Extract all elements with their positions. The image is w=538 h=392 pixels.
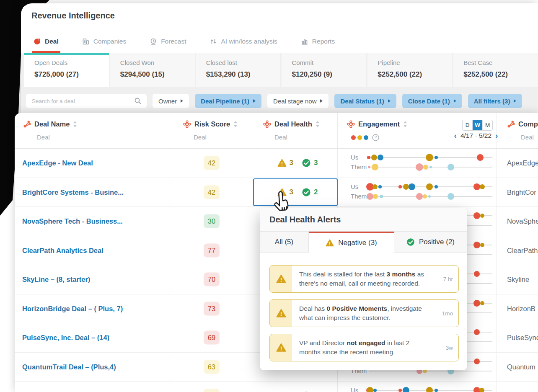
health-negative-group: 3 <box>277 158 293 168</box>
engagement-dot <box>473 242 480 248</box>
sort-icon[interactable] <box>316 121 320 128</box>
period-option-m[interactable]: M <box>482 120 492 130</box>
nav-tab-companies[interactable]: Companies <box>80 32 128 53</box>
sort-icon[interactable] <box>403 121 407 128</box>
filter-chip-deal-pipeline-1-[interactable]: Deal Pipeline (1) <box>195 94 261 108</box>
column-header-deal-name[interactable]: Deal Name <box>23 120 77 128</box>
risk-score-badge[interactable] <box>204 389 220 392</box>
column-header-deal-health[interactable]: Deal Health <box>263 120 320 128</box>
engagement-label-them: Them <box>351 193 367 200</box>
column-title: Risk Score <box>194 120 230 128</box>
popup-tab-all-5-[interactable]: All (5) <box>260 232 309 253</box>
summary-card-closed-lost[interactable]: Closed lost$153,290 (13) <box>196 53 281 87</box>
company-name: HorizonB <box>507 304 535 312</box>
engagement-dot <box>477 154 484 161</box>
deal-name-link[interactable]: PulseSync, Inc. Deal – (14) <box>22 334 109 342</box>
deal-name-link[interactable]: BrightCore Systems - Busine... <box>22 188 124 196</box>
nav-tab-deal[interactable]: Deal <box>32 32 60 53</box>
help-icon[interactable]: ? <box>372 134 379 141</box>
date-range: 4/17 - 5/22 <box>460 132 491 139</box>
column-header-engagement[interactable]: Engagement <box>347 120 407 128</box>
sort-icon[interactable] <box>233 121 238 128</box>
summary-card-pipeline[interactable]: Pipeline$252,500 (22) <box>367 53 452 87</box>
popup-tab-label: Positive (2) <box>419 238 455 246</box>
hubspot-icon <box>507 120 515 128</box>
popup-tab-negative-3-[interactable]: Negative (3) <box>309 232 394 253</box>
nav-tab-forecast[interactable]: Forecast <box>148 32 188 53</box>
period-option-w[interactable]: W <box>472 120 482 130</box>
period-option-d[interactable]: D <box>463 120 472 130</box>
filter-chip-all-filters-3-[interactable]: All filters (3) <box>468 94 522 108</box>
hand-cursor-icon <box>269 189 295 214</box>
filter-chip-deal-stage-now[interactable]: Deal stage now <box>267 94 328 108</box>
summary-card-closed-won[interactable]: Closed Won$294,500 (15) <box>110 53 195 87</box>
engagement-dot <box>474 329 480 335</box>
risk-score-badge[interactable]: 63 <box>204 360 220 374</box>
svg-text:?: ? <box>375 135 377 140</box>
deal-name-link[interactable]: HorizonBridge Deal – ( Plus, 7) <box>22 304 123 312</box>
engagement-timeline-us <box>369 157 492 158</box>
nav-tab-ai-win-loss-analysis[interactable]: AI win/loss analysis <box>208 32 279 53</box>
deal-name-link[interactable]: SkyLine – (8, starter) <box>22 276 90 284</box>
filter-chip-deal-status-1-[interactable]: Deal Status (1) <box>334 94 396 108</box>
engagement-dot <box>378 185 382 188</box>
engagement-label-us: Us <box>351 183 358 190</box>
summary-card-commit[interactable]: Commit$120,250 (9) <box>282 53 366 87</box>
engagement-dot <box>367 156 370 159</box>
deal-health-cell[interactable] <box>258 382 337 392</box>
risk-score-badge[interactable]: 69 <box>204 331 220 345</box>
risk-score-badge[interactable]: 70 <box>204 273 220 286</box>
gong-logo-icon <box>34 38 41 45</box>
chevron-right-icon <box>454 99 456 103</box>
deal-name-link[interactable]: ClearPath Analytics Deal <box>22 246 103 254</box>
engagement-dot <box>429 166 432 168</box>
next-period-chevron[interactable]: › <box>495 132 498 139</box>
engagement-dot <box>473 183 480 190</box>
column-header-risk-score[interactable]: Risk Score <box>183 120 238 128</box>
deal-health-cell[interactable]: 33 <box>258 149 337 178</box>
summary-card-value: $153,290 (13) <box>206 70 281 79</box>
risk-score-badge[interactable]: 30 <box>204 214 220 228</box>
deal-name-link[interactable]: ApexEdge - New Deal <box>22 159 93 167</box>
column-header-company[interactable]: Comp <box>507 120 538 128</box>
engagement-cell[interactable]: UsThem <box>341 178 501 207</box>
nav-tab-reports[interactable]: Reports <box>299 32 336 53</box>
alert-card[interactable]: VP and Director not engaged in last 2 mo… <box>269 334 459 361</box>
alert-card[interactable]: This deal is stalled for the last 3 mont… <box>269 265 459 293</box>
engagement-dot <box>416 193 423 200</box>
popup-tab-positive-2-[interactable]: Positive (2) <box>394 232 467 253</box>
alert-text: VP and Director not engaged in last 2 mo… <box>299 338 432 357</box>
filter-chip-close-date-1-[interactable]: Close Date (1) <box>402 94 462 108</box>
engagement-timeline-us <box>369 186 492 187</box>
deal-name-link[interactable]: NovaSphere Tech - Business... <box>22 217 123 225</box>
risk-score-badge[interactable]: 42 <box>204 156 220 170</box>
summary-card-open-deals[interactable]: Open Deals$725,000 (27) <box>24 53 109 87</box>
date-navigation: ‹ 4/17 - 5/22 › <box>443 132 509 139</box>
risk-score-badge[interactable]: 77 <box>204 243 220 257</box>
risk-score-badge[interactable]: 73 <box>204 302 220 315</box>
deal-health-alerts-popup: Deal Health Alerts All (5)Negative (3)Po… <box>260 208 467 370</box>
search-input[interactable] <box>31 98 134 105</box>
risk-score-badge[interactable]: 42 <box>204 185 220 199</box>
summary-card-label: Closed Won <box>120 59 195 66</box>
sort-icon[interactable] <box>73 121 77 128</box>
prev-period-chevron[interactable]: ‹ <box>454 132 457 139</box>
deal-board-icon <box>347 120 355 128</box>
deal-name-link[interactable]: QuantumTrail Deal – (Plus,4) <box>22 363 116 371</box>
engagement-cell[interactable]: UsThem <box>341 149 501 178</box>
search-box[interactable] <box>26 94 147 108</box>
company-name: PulseSync <box>507 334 538 342</box>
legend-dot-red <box>351 135 356 140</box>
alert-card[interactable]: Deal has 0 Positive Moments, investigate… <box>269 299 459 327</box>
positive-count: 3 <box>314 159 318 167</box>
filter-chip-owner[interactable]: Owner <box>153 94 189 108</box>
company-name: Quantum <box>507 363 535 371</box>
engagement-dot <box>428 195 431 198</box>
filter-bar: OwnerDeal Pipeline (1)Deal stage nowDeal… <box>21 89 538 113</box>
summary-card-value: $120,250 (9) <box>292 70 366 79</box>
engagement-dot <box>368 166 370 168</box>
engagement-dot <box>371 155 377 160</box>
deal-board-icon <box>263 120 271 128</box>
summary-card-best-case[interactable]: Best Case$252,500 (22) <box>453 53 538 87</box>
engagement-cell[interactable]: UsThem <box>341 382 501 392</box>
